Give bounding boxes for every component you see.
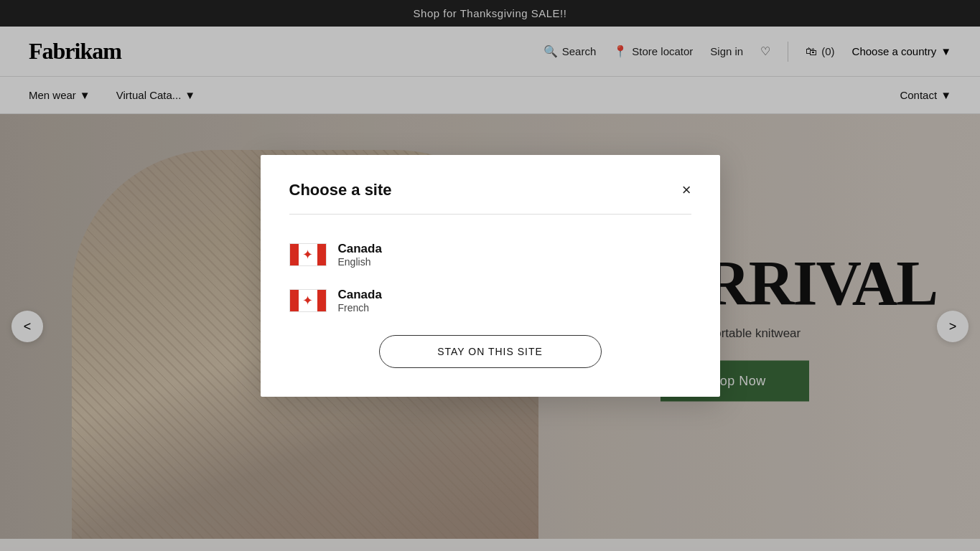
canada-flag-en: ✦ — [289, 243, 327, 266]
modal-close-button[interactable]: × — [682, 182, 691, 198]
canada-en-info: Canada English — [338, 242, 382, 268]
maple-leaf-icon: ✦ — [302, 293, 313, 309]
choose-site-modal: Choose a site × ✦ Canada English ✦ Canad… — [261, 155, 720, 397]
modal-title: Choose a site — [289, 181, 392, 199]
stay-on-site-button[interactable]: STAY ON THIS SITE — [379, 335, 602, 368]
canada-en-lang: English — [338, 256, 382, 268]
canada-en-name: Canada — [338, 242, 382, 256]
canada-fr-lang: French — [338, 302, 382, 314]
canada-fr-name: Canada — [338, 288, 382, 302]
maple-leaf-icon: ✦ — [302, 247, 313, 263]
modal-header: Choose a site × — [289, 181, 691, 215]
canada-flag-fr: ✦ — [289, 289, 327, 312]
modal-overlay[interactable]: Choose a site × ✦ Canada English ✦ Canad… — [0, 0, 980, 551]
country-option-canada-fr[interactable]: ✦ Canada French — [289, 281, 691, 321]
country-option-canada-en[interactable]: ✦ Canada English — [289, 235, 691, 275]
canada-fr-info: Canada French — [338, 288, 382, 314]
